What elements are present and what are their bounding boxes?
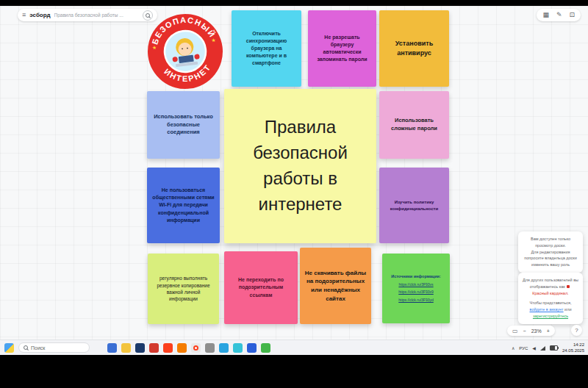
sticky-note-public-wifi[interactable]: Не пользоваться общественными сетями Wi-… xyxy=(147,168,220,243)
hidden-icons-chevron[interactable]: ∧ xyxy=(512,345,514,351)
sticky-note-suspicious-links[interactable]: Не переходить по подозрительным ссылкам xyxy=(224,251,298,324)
identity-cta: Чтобы представиться, xyxy=(530,301,572,305)
letterbox-top xyxy=(0,0,588,6)
source-link-1[interactable]: https://clck.ru/3F93vs xyxy=(398,282,433,287)
app-logo[interactable]: эсборд xyxy=(29,12,50,18)
network-icon[interactable] xyxy=(540,346,545,351)
badge-graphic: БЕЗОПАСНЫЙ ИНТЕРНЕТ ★ ★ xyxy=(143,9,228,94)
view-toolbar: ▦ ✎ ⊡ xyxy=(537,9,581,21)
view-only-tooltip: Вам доступен только просмотр доски. Для … xyxy=(518,231,583,273)
zoom-level[interactable]: 23% xyxy=(531,328,542,334)
board-canvas[interactable]: ≡ эсборд Правила безопасной работы ... ▦… xyxy=(0,6,588,340)
sources-title: Источники информации: xyxy=(391,274,441,280)
star-icon: ★ xyxy=(211,37,216,43)
sticky-note-disable-sync[interactable]: Отключить синхронизацию браузера на комп… xyxy=(232,10,301,87)
edge-icon[interactable] xyxy=(233,343,243,353)
taskbar-apps xyxy=(107,343,270,353)
zoom-in-button[interactable]: + xyxy=(547,328,550,334)
taskbar-search-label: Поиск xyxy=(31,345,45,351)
app-header: ≡ эсборд Правила безопасной работы ... xyxy=(18,9,157,21)
safe-internet-badge[interactable]: БЕЗОПАСНЫЙ ИНТЕРНЕТ ★ ★ xyxy=(143,9,228,94)
board-title-note[interactable]: Правила безопасной работы в интернете xyxy=(224,89,376,243)
sticky-note-backup[interactable]: регулярно выполнять резервное копировани… xyxy=(148,254,219,324)
board-title: Правила безопасной работы ... xyxy=(54,12,123,18)
search-icon xyxy=(24,345,28,350)
taskbar: Поиск ∧ РУС ◀ 14:22 24.05.2025 xyxy=(0,340,588,355)
identity-prefix: Для других пользователей вы отображаетес… xyxy=(523,278,578,289)
fit-screen-icon[interactable]: ▭ xyxy=(512,328,518,334)
menu-icon[interactable]: ≡ xyxy=(22,12,26,18)
sticky-note-privacy-policy[interactable]: Изучить политику конфиденциальности xyxy=(379,168,449,243)
language-indicator[interactable]: РУС xyxy=(519,346,528,351)
identity-or: или xyxy=(564,307,571,312)
sticky-note-safe-connections[interactable]: Использовать только безопасные соединени… xyxy=(147,91,220,159)
file-explorer-icon[interactable] xyxy=(121,343,131,353)
zoom-out-button[interactable]: − xyxy=(523,328,526,334)
sticky-note-sources[interactable]: Источники информации: https://clck.ru/3F… xyxy=(382,254,450,323)
help-button[interactable]: ? xyxy=(571,325,582,336)
app-icon-2[interactable] xyxy=(149,343,159,353)
speaker-icon[interactable]: ◀ xyxy=(532,346,536,351)
identity-tooltip: Для других пользователей вы отображаетес… xyxy=(518,273,583,324)
avatar xyxy=(567,285,570,288)
app-icon-5[interactable] xyxy=(247,343,257,353)
telegram-icon[interactable] xyxy=(219,343,229,353)
task-view-icon[interactable] xyxy=(107,343,117,353)
battery-icon[interactable] xyxy=(550,345,558,351)
draw-icon[interactable]: ✎ xyxy=(556,12,562,18)
sticky-note-no-downloads[interactable]: Не скачивать файлы на подозрительных или… xyxy=(300,248,371,324)
source-link-3[interactable]: https://clck.ru/3F93yd xyxy=(398,298,434,303)
register-link[interactable]: зарегистрируйтесь xyxy=(533,314,568,318)
sticky-note-antivirus[interactable]: Установить антивирус xyxy=(379,10,449,87)
star-icon: ★ xyxy=(152,45,157,51)
app-icon-4[interactable] xyxy=(205,343,215,353)
widgets-icon[interactable] xyxy=(4,343,14,353)
tray-date: 24.05.2025 xyxy=(562,348,584,354)
system-tray: ∧ РУС ◀ 14:22 24.05.2025 xyxy=(512,340,584,356)
source-link-2[interactable]: https://clck.ru/3F93x9 xyxy=(398,290,434,295)
yandex-browser-icon[interactable] xyxy=(191,343,201,353)
tray-time: 14:22 xyxy=(562,342,584,348)
view-only-line2: Для редактирования попросите владельца д… xyxy=(522,249,579,268)
sticky-note-strong-passwords[interactable]: Использовать сложные пароли xyxy=(379,91,449,159)
taskbar-search[interactable]: Поиск xyxy=(18,342,90,353)
zoom-bar: ▭ − 23% + xyxy=(507,326,555,336)
sticky-note-no-saved-passwords[interactable]: Не разрешать браузеру автоматически запо… xyxy=(308,10,376,87)
yandex-icon[interactable] xyxy=(163,343,173,353)
letterbox-bottom xyxy=(0,355,588,388)
app-icon-1[interactable] xyxy=(135,343,145,353)
fullscreen-icon[interactable]: ⊡ xyxy=(569,12,575,18)
login-link[interactable]: войдите в аккаунт xyxy=(530,307,564,312)
frames-icon[interactable]: ▦ xyxy=(542,12,549,18)
view-only-line1: Вам доступен только просмотр доски. xyxy=(522,236,579,249)
clock[interactable]: 14:22 24.05.2025 xyxy=(562,342,584,353)
identity-name: Красный кардинал. xyxy=(532,291,568,295)
app-icon-3[interactable] xyxy=(177,343,187,353)
app-icon-6[interactable] xyxy=(261,343,270,353)
